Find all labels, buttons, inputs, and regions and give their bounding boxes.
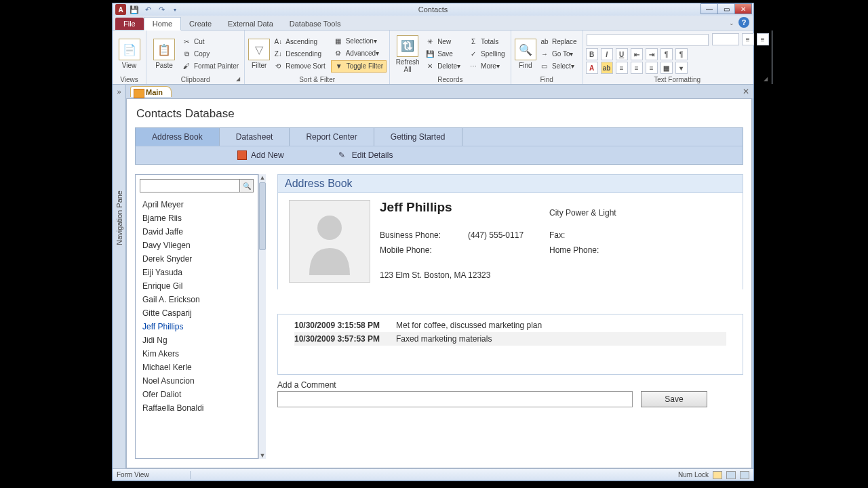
text-launcher-icon[interactable]: ◢ [764, 76, 770, 83]
bold-button[interactable]: B [586, 48, 598, 60]
find-button[interactable]: 🔍Find [514, 34, 537, 75]
business-phone-label: Business Phone: [380, 230, 468, 243]
form-view-icon[interactable] [713, 471, 722, 479]
list-item[interactable]: Gail A. Erickson [136, 293, 258, 306]
minimize-ribbon-icon[interactable]: ⌄ [729, 20, 734, 26]
new-button[interactable]: ✳New [422, 37, 463, 47]
list-item[interactable]: Davy Vliegen [136, 239, 258, 252]
align-right-button[interactable]: ≡ [646, 62, 658, 74]
filter-button[interactable]: ▽Filter [248, 34, 271, 75]
tab-external-data[interactable]: External Data [220, 18, 281, 30]
view-button[interactable]: 📄View [115, 34, 143, 75]
add-new-button[interactable]: Add New [237, 150, 284, 160]
italic-button[interactable]: I [601, 48, 613, 60]
advanced-button[interactable]: ⚙Advanced ▾ [331, 48, 387, 59]
ltr-icon[interactable]: ¶ [660, 48, 673, 60]
list-item[interactable]: April Meyer [136, 198, 258, 211]
restore-button[interactable]: ▭ [717, 3, 735, 14]
font-size-select[interactable] [712, 33, 739, 45]
list-item[interactable]: Jeff Phillips [136, 320, 258, 333]
list-item[interactable]: Gitte Casparij [136, 306, 258, 320]
remove-sort-button[interactable]: ⟲Remove Sort [271, 61, 328, 72]
list-item[interactable]: Raffaella Bonaldi [136, 401, 258, 415]
qat-dropdown-icon[interactable]: ▾ [170, 4, 180, 15]
indent-left-icon[interactable]: ⇤ [631, 48, 643, 60]
tab-main[interactable]: Main [130, 86, 172, 97]
tab-home[interactable]: Home [144, 17, 181, 30]
list-item[interactable]: Eiji Yasuda [136, 266, 258, 279]
indent-right-icon[interactable]: ⇥ [646, 48, 658, 60]
help-icon[interactable]: ? [738, 17, 749, 28]
tab-database-tools[interactable]: Database Tools [281, 18, 349, 30]
titlebar: A 💾 ↶ ↷ ▾ Contacts — ▭ ✕ [113, 3, 753, 16]
list-scrollbar[interactable]: ▲ ▼ [258, 174, 266, 459]
redo-icon[interactable]: ↷ [156, 4, 167, 15]
tab-address-book[interactable]: Address Book [136, 128, 220, 146]
search-button[interactable]: 🔍 [240, 179, 254, 192]
paste-button[interactable]: 📋Paste [149, 34, 179, 75]
bullets-icon[interactable]: ≡ [742, 33, 754, 45]
close-button[interactable]: ✕ [734, 3, 752, 14]
nav-pane-collapsed[interactable]: » Navigation Pane [113, 85, 126, 468]
refresh-button[interactable]: 🔃Refresh All [393, 34, 422, 75]
add-comment-input[interactable] [277, 391, 633, 407]
save-icon[interactable]: 💾 [129, 4, 140, 15]
search-input[interactable] [140, 179, 240, 192]
undo-icon[interactable]: ↶ [142, 4, 153, 15]
fill-color-button[interactable]: ▾ [675, 62, 688, 74]
expand-nav-icon[interactable]: » [117, 87, 121, 96]
tab-report-center[interactable]: Report Center [290, 128, 374, 146]
tab-create[interactable]: Create [181, 18, 220, 30]
list-item[interactable]: Bjarne Riis [136, 211, 258, 225]
list-item[interactable]: Michael Kerle [136, 361, 258, 374]
save-record-button[interactable]: 💾Save [422, 49, 463, 60]
comment-row: 10/30/2009 3:15:58 PM Met for coffee, di… [294, 319, 726, 332]
ribbon: 📄View Views 📋Paste ✂Cut ⧉Copy 🖌Format Pa… [113, 30, 753, 85]
scroll-up-icon[interactable]: ▲ [260, 174, 266, 181]
replace-button[interactable]: abReplace [537, 37, 580, 47]
descending-button[interactable]: Z↓Descending [271, 49, 328, 60]
goto-button[interactable]: →Go To ▾ [537, 49, 580, 60]
ascending-button[interactable]: A↓Ascending [271, 37, 328, 47]
more-button[interactable]: ⋯More ▾ [466, 61, 508, 72]
tab-file[interactable]: File [115, 18, 144, 30]
spelling-button[interactable]: ✓Spelling [466, 49, 508, 60]
list-item[interactable]: Kim Akers [136, 347, 258, 361]
list-item[interactable]: Ofer Daliot [136, 388, 258, 401]
minimize-button[interactable]: — [701, 3, 718, 14]
save-comment-button[interactable]: Save [641, 391, 707, 407]
list-item[interactable]: Jidi Ng [136, 333, 258, 347]
tab-getting-started[interactable]: Getting Started [374, 128, 462, 146]
totals-button[interactable]: ΣTotals [466, 37, 508, 47]
rtl-icon[interactable]: ¶ [675, 48, 688, 60]
select-button[interactable]: ▭Select ▾ [537, 61, 580, 72]
gridlines-button[interactable]: ▦ [660, 62, 673, 74]
list-item[interactable]: Enrique Gil [136, 279, 258, 293]
tab-close-icon[interactable]: ✕ [743, 87, 749, 96]
edit-details-button[interactable]: ✎Edit Details [338, 150, 393, 160]
highlight-button[interactable]: ab [601, 62, 613, 74]
status-numlock: Num Lock [678, 471, 709, 479]
font-family-select[interactable] [587, 34, 709, 46]
cut-button[interactable]: ✂Cut [179, 37, 241, 47]
selection-button[interactable]: ▦Selection ▾ [331, 36, 387, 47]
align-center-button[interactable]: ≡ [631, 62, 643, 74]
tab-datasheet[interactable]: Datasheet [220, 128, 290, 146]
format-painter-button[interactable]: 🖌Format Painter [179, 61, 241, 72]
align-left-button[interactable]: ≡ [616, 62, 628, 74]
datasheet-view-icon[interactable] [726, 471, 736, 479]
delete-button[interactable]: ✕Delete ▾ [422, 61, 463, 72]
list-item[interactable]: Noel Asuncion [136, 374, 258, 388]
scroll-thumb[interactable] [259, 182, 266, 250]
font-color-button[interactable]: A [586, 62, 598, 74]
numbering-icon[interactable]: ≡ [757, 33, 769, 45]
underline-button[interactable]: U [616, 48, 628, 60]
copy-button[interactable]: ⧉Copy [179, 49, 241, 60]
detail-header: Address Book [277, 174, 743, 193]
list-item[interactable]: David Jaffe [136, 225, 258, 239]
toggle-filter-button[interactable]: ▼Toggle Filter [331, 60, 387, 73]
scroll-down-icon[interactable]: ▼ [260, 452, 266, 459]
clipboard-launcher-icon[interactable]: ◢ [236, 76, 243, 83]
list-item[interactable]: Derek Snyder [136, 252, 258, 266]
layout-view-icon[interactable] [740, 471, 749, 479]
